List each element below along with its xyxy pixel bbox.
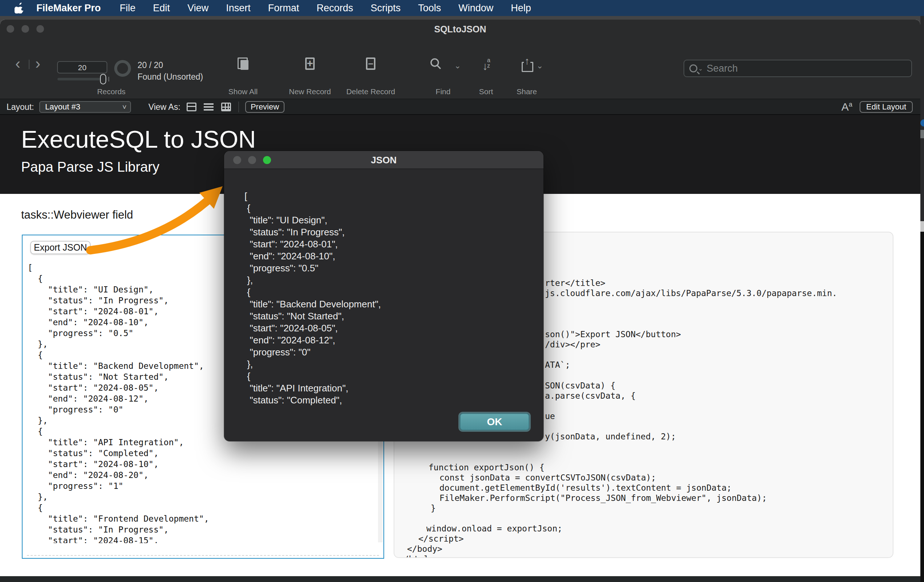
layout-bar: Layout: Layout #3 ˅ View As: Preview Aa … — [0, 99, 921, 115]
view-as-table-button[interactable] — [221, 102, 231, 111]
chevron-down-icon: ˅ — [122, 102, 127, 112]
find-label[interactable]: Find — [436, 87, 451, 96]
layout-dropdown-value: Layout #3 — [45, 102, 81, 111]
divider — [238, 102, 239, 112]
view-as-form-button[interactable] — [186, 102, 196, 111]
menu-item-window[interactable]: Window — [450, 3, 502, 14]
sort-label[interactable]: Sort — [479, 87, 493, 96]
find-options-chevron-icon[interactable]: ⌄ — [454, 61, 461, 71]
new-record-label[interactable]: New Record — [289, 87, 331, 96]
dialog-title: JSON — [224, 155, 543, 166]
code-line: } — [431, 503, 436, 513]
search-placeholder: Search — [706, 63, 738, 74]
code-line: rter</title> — [545, 278, 606, 288]
code-line: ue — [545, 411, 555, 421]
code-line: ATA`; — [545, 360, 570, 370]
show-all-label[interactable]: Show All — [228, 87, 258, 96]
record-slider-knob[interactable] — [100, 74, 106, 84]
code-line: </html> — [399, 554, 434, 558]
code-line: function exportJson() { — [429, 462, 544, 473]
menu-item-view[interactable]: View — [178, 3, 217, 14]
code-line: SON(csvData) { — [545, 381, 615, 391]
menu-item-insert[interactable]: Insert — [217, 3, 259, 14]
code-line: window.onload = exportJson; — [426, 523, 563, 534]
menu-item-file[interactable]: File — [111, 3, 144, 14]
json-dialog: JSON [ { "title": "UI Design", "status":… — [224, 151, 543, 441]
divider — [27, 555, 379, 556]
arrow-annotation — [73, 176, 236, 270]
records-label: Records — [97, 87, 125, 96]
code-line: a.parse(csvData, { — [545, 391, 635, 401]
next-record-button[interactable]: › — [35, 56, 40, 71]
code-line: </script> — [418, 534, 464, 544]
menu-item-tools[interactable]: Tools — [409, 3, 450, 14]
search-icon — [690, 64, 697, 73]
code-line: document.getElementById('results').textC… — [439, 483, 731, 493]
preview-button[interactable]: Preview — [245, 101, 284, 113]
record-slider[interactable] — [58, 78, 108, 81]
layout-dropdown[interactable]: Layout #3 ˅ — [39, 101, 131, 113]
search-input[interactable]: ⌄ Search — [683, 59, 912, 77]
background-window-segment — [921, 232, 924, 582]
record-slider-tick — [109, 77, 109, 81]
code-line: const jsonData = convertCSVToJSON(csvDat… — [439, 473, 656, 483]
dialog-json-text: [ { "title": "UI Design", "status": "In … — [244, 190, 381, 406]
new-record-icon[interactable] — [305, 58, 315, 70]
text-formatting-icon[interactable]: Aa — [842, 101, 852, 113]
show-all-icon[interactable] — [238, 58, 249, 70]
share-label[interactable]: Share — [516, 87, 537, 96]
logo-flux-text: flux — [349, 580, 380, 582]
divider — [29, 59, 30, 69]
window-title: SQLtoJSON — [0, 24, 921, 35]
page-title: ExecuteSQL to JSON — [21, 125, 256, 153]
menu-item-format[interactable]: Format — [259, 3, 308, 14]
code-line: /div></pre> — [545, 340, 600, 350]
dialog-titlebar[interactable]: JSON — [224, 151, 543, 169]
edit-layout-button[interactable]: Edit Layout — [860, 101, 913, 113]
layout-label: Layout: — [7, 102, 34, 112]
menubar: FileMaker ProFileEditViewInsertFormatRec… — [0, 0, 924, 16]
find-icon[interactable] — [429, 58, 442, 72]
menu-item-filemaker-pro[interactable]: FileMaker Pro — [28, 3, 111, 14]
found-set-pie-icon[interactable] — [114, 60, 131, 77]
view-as-list-button[interactable] — [204, 102, 213, 111]
code-line: son()">Export JSON</button> — [545, 329, 681, 340]
webviewer-hscroll-area[interactable] — [23, 543, 383, 557]
menu-item-records[interactable]: Records — [308, 3, 362, 14]
menubar-items: FileMaker ProFileEditViewInsertFormatRec… — [28, 3, 540, 14]
webviewer-json-text: [ { "title": "UI Design", "status": "In … — [28, 262, 209, 546]
code-line: FileMaker.PerformScript("Process_JSON_fr… — [439, 493, 767, 503]
code-line: </body> — [407, 544, 442, 554]
current-record-field[interactable]: 20 — [57, 61, 107, 74]
menu-item-help[interactable]: Help — [502, 3, 540, 14]
background-window-blue-dot — [921, 119, 924, 127]
menu-item-edit[interactable]: Edit — [144, 3, 179, 14]
window-titlebar[interactable]: SQLtoJSON — [0, 20, 921, 39]
status-toolbar: ‹ › 20 Records 20 / 20 Found (Unsorted) … — [0, 39, 921, 99]
menu-item-scripts[interactable]: Scripts — [362, 3, 409, 14]
found-status: Found (Unsorted) — [137, 72, 203, 82]
record-slider-track — [58, 78, 101, 81]
code-line: js.cloudflare.com/ajax/libs/PapaParse/5.… — [545, 288, 837, 298]
delete-record-label[interactable]: Delete Record — [346, 87, 395, 96]
greenflux-logo: GREENflux — [297, 580, 380, 582]
page-subtitle: Papa Parse JS Library — [21, 159, 159, 175]
code-line: y(jsonData, undefined, 2); — [545, 431, 676, 442]
previous-record-button[interactable]: ‹ — [15, 56, 20, 71]
found-count: 20 / 20 — [137, 60, 163, 70]
ok-button[interactable]: OK — [460, 413, 529, 430]
background-window-segment — [921, 130, 924, 138]
share-icon[interactable] — [521, 58, 532, 71]
background-window-sliver — [921, 16, 924, 582]
footer: GREENflux greenflux.github.io — [0, 576, 921, 582]
delete-record-icon[interactable] — [366, 58, 375, 70]
sort-icon[interactable]: ↓az — [482, 58, 490, 73]
view-as-label: View As: — [148, 102, 180, 112]
share-options-chevron-icon[interactable]: ⌄ — [536, 61, 543, 71]
background-window-segment — [921, 221, 924, 232]
search-chevron-icon[interactable]: ⌄ — [698, 65, 703, 72]
apple-menu-icon[interactable] — [11, 3, 28, 13]
